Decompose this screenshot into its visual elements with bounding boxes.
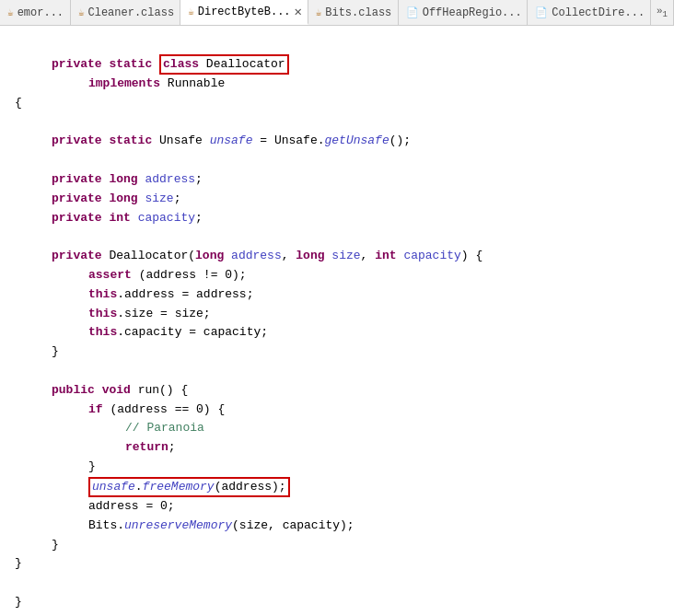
tab-overflow[interactable]: »1: [651, 0, 674, 25]
tab-cleaner[interactable]: ☕ Cleaner.class: [71, 0, 180, 25]
tab-icon-emor: ☕: [7, 6, 14, 18]
tab-emor[interactable]: ☕ emor...: [0, 0, 71, 25]
tab-icon-directbyteb: ☕: [188, 6, 194, 17]
tab-label-collectdire: CollectDire...: [552, 6, 645, 19]
tab-label-cleaner: Cleaner.class: [88, 6, 175, 19]
tab-icon-offheapregio: 📄: [406, 6, 419, 18]
tab-icon-cleaner: ☕: [78, 6, 85, 18]
tab-modified-icon: ✕: [295, 4, 302, 19]
tab-label-directbyteb: DirectByteB...: [198, 6, 291, 18]
tab-directbyteb[interactable]: ☕ DirectByteB... ✕: [180, 0, 308, 25]
tab-icon-bits: ☕: [316, 6, 322, 18]
tab-bar: ☕ emor... ☕ Cleaner.class ☕ DirectByteB.…: [0, 0, 674, 26]
tab-icon-collectdire: 📄: [535, 6, 548, 18]
tab-overflow-label: »1: [657, 6, 668, 19]
tab-label-emor: emor...: [17, 6, 64, 19]
code-editor[interactable]: private static class Deallocator impleme…: [0, 26, 674, 616]
tab-offheapregio[interactable]: 📄 OffHeapRegio...: [399, 0, 529, 25]
tab-collectdire[interactable]: 📄 CollectDire...: [528, 0, 651, 25]
tab-bits[interactable]: ☕ Bits.class: [308, 0, 399, 25]
tab-label-bits: Bits.class: [325, 6, 391, 19]
tab-label-offheapregio: OffHeapRegio...: [423, 6, 522, 19]
